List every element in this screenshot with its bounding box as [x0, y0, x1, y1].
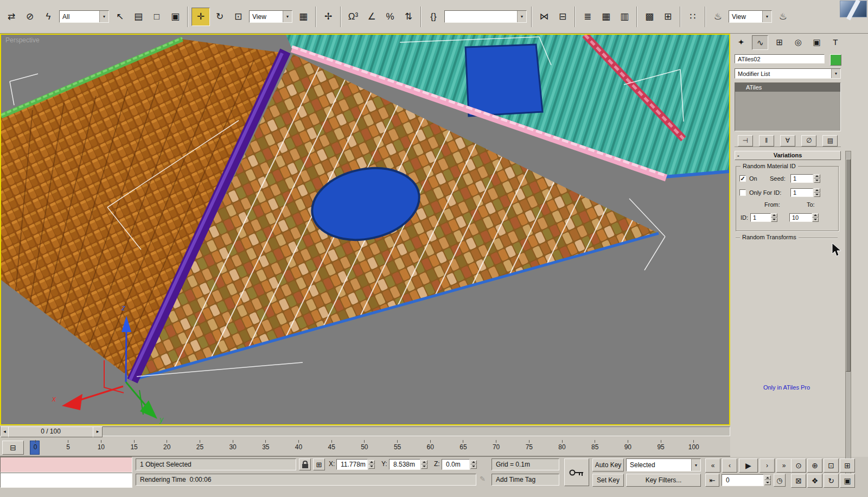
select-and-link-icon[interactable]: ⇄ [3, 8, 20, 26]
select-and-rotate-icon[interactable]: ↻ [211, 8, 228, 26]
only-for-id-spinner[interactable] [814, 188, 820, 197]
selection-filter-dropdown[interactable]: All▼ [59, 10, 109, 23]
on-checkbox[interactable]: ✓ [739, 175, 746, 182]
dropdown-arrow-icon[interactable]: ▼ [762, 11, 771, 22]
unlink-selection-icon[interactable]: ⊘ [21, 8, 39, 26]
time-slider-handle[interactable]: 0 / 100 [8, 426, 93, 437]
z-coordinate-field[interactable]: 0.0m [442, 459, 470, 470]
dropdown-arrow-icon[interactable]: ▼ [283, 11, 292, 22]
status-pencil-icon[interactable]: ✎ [480, 475, 486, 483]
z-spinner[interactable] [470, 460, 477, 469]
tab-motion[interactable]: ◎ [790, 35, 806, 49]
time-slider-track[interactable] [0, 426, 730, 436]
next-frame-arrow[interactable]: ▸ [93, 426, 103, 437]
id-from-field[interactable]: 1 [750, 213, 771, 222]
command-panel-scrollbar[interactable] [845, 151, 851, 483]
track-bar[interactable]: ⊟ 05101520253035404550556065707580859095… [0, 437, 730, 457]
previous-frame-button[interactable]: ‹ [722, 458, 737, 473]
seed-spinner[interactable] [814, 174, 820, 183]
x-spinner[interactable] [368, 460, 375, 469]
rectangular-selection-region-icon[interactable]: □ [148, 8, 165, 26]
set-keys-button[interactable] [564, 458, 589, 486]
x-coordinate-field[interactable]: 11.778m [336, 459, 368, 470]
maxscript-mini-listener-pink[interactable] [0, 457, 132, 473]
tab-utilities[interactable]: T [828, 35, 843, 49]
select-and-move-icon[interactable]: ✛ [192, 8, 210, 26]
layer-manager-icon[interactable]: ▦ [597, 8, 615, 26]
edit-named-selection-sets-icon[interactable]: {} [425, 8, 442, 26]
window-crossing-toggle-icon[interactable]: ▣ [167, 8, 184, 26]
tab-hierarchy[interactable]: ⊞ [772, 35, 787, 49]
pan-icon[interactable]: ❖ [807, 474, 822, 488]
percent-snap-toggle-icon[interactable]: % [381, 8, 399, 26]
named-selection-sets-dropdown[interactable]: ▼ [444, 10, 527, 23]
zoom-region-icon[interactable]: ⊠ [791, 474, 806, 488]
only-for-id-checkbox[interactable] [739, 189, 746, 196]
maximize-viewport-toggle-icon[interactable]: ▣ [840, 474, 855, 488]
render-view-dropdown[interactable]: View▼ [729, 10, 772, 23]
current-frame-field[interactable]: 0 [722, 474, 764, 486]
scrollbar-thumb[interactable] [846, 159, 851, 372]
tab-create[interactable]: ✦ [733, 35, 749, 49]
go-to-start-button[interactable]: « [705, 458, 720, 473]
frame-spinner[interactable] [764, 475, 771, 485]
viewport-label[interactable]: Perspective [5, 36, 40, 44]
modifier-stack-item-atiles[interactable]: ATiles [735, 83, 840, 92]
key-mode-dropdown[interactable]: Selected ▼ [626, 458, 701, 471]
select-and-scale-icon[interactable]: ⊡ [229, 8, 247, 26]
scene-explorer-icon[interactable]: ▩ [641, 8, 658, 26]
id-to-spinner[interactable] [812, 213, 819, 222]
zoom-extents-icon[interactable]: ⊡ [824, 458, 839, 473]
spinner-snap-toggle-icon[interactable]: ⇅ [400, 8, 417, 26]
bind-to-space-warp-icon[interactable]: ϟ [40, 8, 57, 26]
play-animation-button[interactable]: ▶ [739, 458, 758, 473]
collapse-icon[interactable]: - [737, 151, 744, 160]
y-spinner[interactable] [421, 460, 427, 469]
object-name-field[interactable]: ATiles02 [735, 54, 825, 63]
snap-toggle-3d-icon[interactable]: Ω³ [344, 8, 362, 26]
only-for-id-field[interactable]: 1 [790, 188, 813, 197]
align-icon[interactable]: ⊟ [554, 8, 571, 26]
quick-render-icon[interactable]: ♨ [774, 8, 792, 26]
previous-frame-arrow[interactable]: ◂ [1, 426, 9, 437]
key-mode-toggle-button[interactable]: ⇤ [705, 474, 719, 487]
set-key-button[interactable]: Set Key [592, 474, 624, 487]
absolute-mode-transform-toggle[interactable]: ⊞ [313, 458, 325, 470]
tab-modify[interactable]: ∿ [752, 35, 768, 50]
skylight-hole-rect[interactable] [465, 44, 542, 116]
modifier-stack[interactable]: ATiles [735, 82, 841, 131]
go-to-end-button[interactable]: » [776, 458, 792, 473]
maxscript-mini-listener-white[interactable] [0, 473, 132, 488]
open-mini-curve-editor-button[interactable]: ⊟ [2, 441, 24, 455]
y-coordinate-field[interactable]: 8.538m [389, 459, 420, 470]
time-configuration-button[interactable]: ◷ [774, 474, 786, 487]
schematic-view-icon[interactable]: ⊞ [659, 8, 676, 26]
next-frame-button[interactable]: › [760, 458, 775, 473]
material-editor-icon[interactable]: ∷ [684, 8, 701, 26]
zoom-icon[interactable]: ⊙ [791, 458, 806, 473]
dropdown-arrow-icon[interactable]: ▼ [99, 11, 108, 22]
object-color-swatch[interactable] [830, 54, 841, 66]
dropdown-arrow-icon[interactable]: ▼ [831, 69, 840, 78]
select-by-name-icon[interactable]: ▤ [130, 8, 147, 26]
select-and-manipulate-icon[interactable]: ✢ [320, 8, 337, 26]
seed-field[interactable]: 1 [790, 174, 813, 183]
auto-key-button[interactable]: Auto Key [592, 458, 624, 471]
remove-modifier-button[interactable]: ∅ [801, 135, 816, 146]
tab-display[interactable]: ▣ [809, 35, 825, 49]
track-view-icon[interactable]: ▥ [616, 8, 633, 26]
add-time-tag-field[interactable]: Add Time Tag [492, 474, 559, 486]
key-filters-button[interactable]: Key Filters... [626, 474, 701, 487]
render-setup-icon[interactable]: ♨ [709, 8, 726, 26]
layers-icon[interactable]: ≣ [579, 8, 596, 26]
reference-coordinate-system-dropdown[interactable]: View▼ [249, 10, 292, 23]
gizmo-x-arrowhead[interactable] [62, 394, 82, 410]
dropdown-arrow-icon[interactable]: ▼ [691, 459, 700, 471]
select-object-icon[interactable]: ↖ [111, 8, 129, 26]
selection-lock-toggle[interactable] [299, 458, 311, 470]
gizmo-y-arrowhead[interactable] [140, 400, 157, 419]
mirror-icon[interactable]: ⋈ [535, 8, 553, 26]
modifier-list-dropdown[interactable]: Modifier List ▼ [735, 68, 841, 79]
id-to-field[interactable]: 10 [789, 213, 812, 222]
zoom-extents-all-icon[interactable]: ⊞ [840, 458, 855, 473]
